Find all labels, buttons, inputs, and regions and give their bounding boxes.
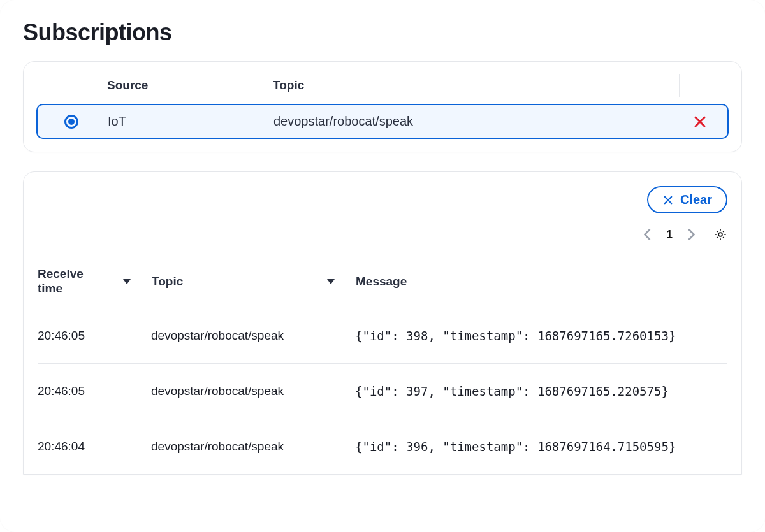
pager-next-icon[interactable] xyxy=(684,227,698,241)
message-payload: {"id": 398, "timestamp": 1687697165.7260… xyxy=(344,329,727,343)
subscriptions-card: Source Topic IoT devopstar/robocat/speak xyxy=(23,61,742,152)
pager-page-number: 1 xyxy=(666,228,673,241)
subscription-source-value: IoT xyxy=(100,110,266,133)
messages-header-topic: Topic xyxy=(152,275,183,289)
messages-header-receive-time: Receivetime xyxy=(38,267,84,296)
subscriptions-header-topic: Topic xyxy=(265,73,679,97)
message-row[interactable]: 20:46:04devopstar/robocat/speak{"id": 39… xyxy=(38,419,727,474)
page-title: Subscriptions xyxy=(23,19,742,46)
message-topic: devopstar/robocat/speak xyxy=(140,384,344,398)
clear-button-label: Clear xyxy=(680,192,712,207)
message-row[interactable]: 20:46:05devopstar/robocat/speak{"id": 39… xyxy=(38,364,727,419)
subscriptions-header-source: Source xyxy=(99,73,265,97)
settings-gear-icon[interactable] xyxy=(713,227,727,241)
radio-dot-icon xyxy=(68,119,75,125)
pager: 1 xyxy=(38,227,727,241)
clear-button[interactable]: Clear xyxy=(647,186,727,213)
subscription-topic-value: devopstar/robocat/speak xyxy=(266,110,678,133)
message-payload: {"id": 396, "timestamp": 1687697164.7150… xyxy=(344,440,727,454)
message-topic: devopstar/robocat/speak xyxy=(140,440,344,454)
svg-point-4 xyxy=(718,233,722,236)
message-payload: {"id": 397, "timestamp": 1687697165.2205… xyxy=(344,384,727,398)
sort-topic-icon[interactable] xyxy=(327,279,335,284)
messages-header-row: Receivetime Topic Message xyxy=(38,267,727,308)
subscriptions-header-row: Source Topic xyxy=(36,73,729,104)
messages-card: Clear 1 Receivetime To xyxy=(23,171,742,475)
message-topic: devopstar/robocat/speak xyxy=(140,329,344,343)
message-row[interactable]: 20:46:05devopstar/robocat/speak{"id": 39… xyxy=(38,308,727,364)
subscription-row[interactable]: IoT devopstar/robocat/speak xyxy=(36,104,729,139)
remove-subscription-icon[interactable] xyxy=(692,114,708,129)
sort-receive-time-icon[interactable] xyxy=(123,279,131,284)
message-receive-time: 20:46:05 xyxy=(38,329,140,343)
messages-header-message: Message xyxy=(356,275,407,289)
message-receive-time: 20:46:05 xyxy=(38,384,140,398)
message-receive-time: 20:46:04 xyxy=(38,440,140,454)
close-icon xyxy=(662,194,674,206)
subscription-radio-selected[interactable] xyxy=(64,115,78,129)
pager-prev-icon[interactable] xyxy=(641,227,655,241)
